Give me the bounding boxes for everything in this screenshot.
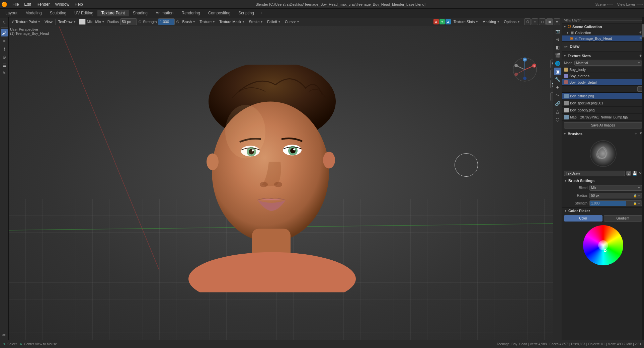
slot-boy-clothes[interactable]: Boy_clothes [562,73,644,79]
radius-input[interactable] [120,18,137,25]
props-object[interactable]: ▣ [554,68,561,75]
props-physics[interactable]: 〜 [554,92,561,99]
x-axis-badge[interactable]: X [433,19,439,24]
tool-smear[interactable]: ⌇ [1,45,8,53]
tab-uv-editing[interactable]: UV Editing [70,10,97,16]
color-tab[interactable]: Color [564,215,602,222]
tab-texture-paint[interactable]: Texture Paint [97,10,129,16]
svg-point-17 [323,152,335,168]
masking-menu[interactable]: Masking ▼ [481,19,501,24]
scene-selector[interactable] [607,4,613,5]
texture-menu[interactable]: Texture ▼ [198,19,217,24]
color-wheel-container[interactable] [562,223,644,268]
tab-rendering[interactable]: Rendering [177,10,204,16]
brush-menu[interactable]: Brush ▼ [181,19,197,24]
collection-item[interactable]: ▼ ▣ Collection 👁 [562,30,644,35]
strength-input[interactable]: 1.000 🔒 ✏ [589,200,642,206]
props-modifier[interactable]: 🔧 [554,76,561,83]
main-viewport[interactable]: User Perspective (1) Teenage_Boy_Head [9,26,562,340]
tab-animation[interactable]: Animation [152,10,177,16]
tab-shading[interactable]: Shading [129,10,152,16]
tab-layout[interactable]: Layout [1,10,21,16]
status-bar: 🖱 Select 🖱 Center View to Mouse Teenage_… [0,340,644,348]
slot-boy-body[interactable]: Boy_body [562,67,644,73]
texture-label: Texture [199,20,212,24]
gizmo-3d[interactable]: Y X [511,56,538,83]
texture-slots-header[interactable]: ▼ Texture Slots + [562,52,644,60]
tool-select[interactable]: ↖ [1,19,8,26]
brush-delete-icon[interactable]: ✕ [639,171,642,176]
brushes-header[interactable]: ▼ Brushes + ▼ [562,130,644,138]
tool-fill[interactable]: ⬓ [1,61,8,69]
tab-sculpting[interactable]: Sculpting [46,10,70,16]
blend-selector[interactable]: Mix ▼ [94,19,106,24]
tool-annotate[interactable]: ✏ [1,331,8,339]
stroke-menu[interactable]: Stroke ▼ [248,19,265,24]
radius-input[interactable]: 50 px 🔒 ✏ [589,193,642,198]
tex-draw-selector[interactable]: TexDraw ▼ [57,19,78,24]
menu-render[interactable]: Render [34,1,52,7]
panel-scrollbar[interactable] [642,17,644,340]
shading-toggle[interactable]: ○ [532,18,538,25]
view-layer-selector[interactable] [637,4,643,5]
tool-soften[interactable]: ≈ [1,37,8,45]
viewport-shading-2[interactable]: ◼ [546,18,553,25]
tab-compositing[interactable]: Compositing [204,10,235,16]
blend-selector[interactable]: Mix ▼ [589,185,642,191]
props-material[interactable]: ⬡ [554,116,561,123]
brush-settings-header[interactable]: ▼ Brush Settings [562,177,644,184]
falloff-menu[interactable]: Falloff ▼ [266,19,282,24]
viewport-shading-3[interactable]: ● [554,18,560,25]
mode-selector[interactable]: 🖌 Texture Paint ▼ [10,19,42,24]
img-normal-bump[interactable]: Map__2070297961_Normal_Bump.tga [562,114,644,121]
color-picker-header[interactable]: ▼ Color Picker [562,207,644,214]
view-menu[interactable]: View [43,19,54,24]
scrollbar-thumb[interactable] [642,24,644,37]
texture-slots-label: Texture Slots [568,54,591,58]
props-constraints[interactable]: 🔗 [554,100,561,107]
texture-mask-menu[interactable]: Texture Mask ▼ [218,19,246,24]
brush-save-icon[interactable]: 💾 [632,171,637,176]
texture-slots-menu[interactable]: Texture Slots ▼ [452,19,480,24]
cursor-menu[interactable]: Cursor ▼ [284,19,301,24]
menu-edit[interactable]: Edit [21,1,34,7]
view-layer-selector[interactable] [582,20,642,21]
gradient-tab[interactable]: Gradient [604,215,642,222]
props-render[interactable]: 📷 [554,27,561,35]
img-boy-diffuse[interactable]: Boy_diffuse.png [562,93,644,100]
props-view-layer[interactable]: ◧ [554,44,561,51]
mode-dropdown[interactable]: Material ▼ [574,61,642,66]
props-scene[interactable]: 🎬 [554,52,561,59]
tool-clone[interactable]: ⊕ [1,53,8,61]
tool-mask[interactable]: ✎ [1,69,8,77]
color-swatch[interactable] [79,19,86,25]
scene-collection-header[interactable]: ▼ ⬡ Scene Collection [562,23,644,30]
strength-input[interactable] [158,18,175,25]
tab-modeling[interactable]: Modeling [21,10,46,16]
brush-preview[interactable] [590,140,617,167]
add-brush-btn[interactable]: + [634,131,638,137]
props-data[interactable]: △ [554,108,561,115]
viewport-shading-1[interactable]: ◻ [539,18,546,25]
color-wheel[interactable] [583,225,623,265]
menu-help[interactable]: Help [72,1,86,7]
y-axis-badge[interactable]: Y [439,19,445,24]
img-boy-opacity[interactable]: Boy_opacity.png [562,107,644,114]
menu-file[interactable]: File [10,1,21,7]
perspective-label: User Perspective [10,27,49,31]
z-axis-badge[interactable]: Z [446,19,451,24]
slot-boy-body-detail[interactable]: Boy_body_detail [562,79,644,86]
add-workspace-button[interactable]: + [258,10,264,16]
overlay-toggle[interactable]: ⬡ [524,18,531,25]
brush-name-input[interactable] [564,171,625,176]
props-particles[interactable]: ✦ [554,84,561,91]
teenage-boy-head-item[interactable]: ▣ △ Teenage_Boy_Head 👁 [562,35,644,41]
img-boy-specular[interactable]: Boy_specular.png.001 [562,100,644,107]
menu-window[interactable]: Window [52,1,72,7]
tab-scripting[interactable]: Scripting [234,10,258,16]
options-menu[interactable]: Options ▼ [502,19,521,24]
props-world[interactable]: 🌐 [554,60,561,67]
tool-draw[interactable]: 🖌 [1,29,8,36]
save-all-images-btn[interactable]: Save All Images [564,122,642,128]
props-output[interactable]: 🖨 [554,35,561,43]
